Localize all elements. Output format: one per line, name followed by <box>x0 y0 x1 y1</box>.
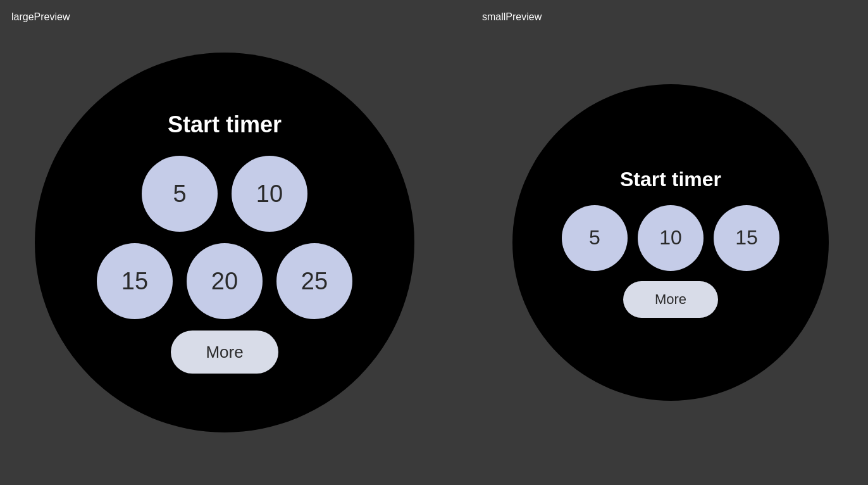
small-timer-15[interactable]: 15 <box>714 205 779 271</box>
small-more-button[interactable]: More <box>623 281 718 318</box>
small-watch-preview: Start timer 5 10 15 More <box>512 84 829 401</box>
large-timer-25[interactable]: 25 <box>276 243 352 319</box>
large-timer-20[interactable]: 20 <box>187 243 263 319</box>
small-watch-title: Start timer <box>620 168 721 191</box>
large-preview-label: largePreview <box>11 11 70 23</box>
large-timer-15[interactable]: 15 <box>97 243 173 319</box>
small-timer-5[interactable]: 5 <box>562 205 628 271</box>
small-preview-label: smallPreview <box>482 11 542 23</box>
small-row-1: 5 10 15 <box>562 205 779 271</box>
small-button-grid: 5 10 15 More <box>562 205 779 318</box>
large-watch-preview: Start timer 5 10 15 20 25 More <box>35 53 414 432</box>
large-button-grid: 5 10 15 20 25 More <box>97 156 352 374</box>
large-row-2: 15 20 25 <box>97 243 352 319</box>
small-timer-10[interactable]: 10 <box>638 205 704 271</box>
large-more-button[interactable]: More <box>171 331 278 374</box>
large-watch-title: Start timer <box>168 111 282 138</box>
large-timer-5[interactable]: 5 <box>142 156 218 232</box>
large-row-1: 5 10 <box>142 156 307 232</box>
large-timer-10[interactable]: 10 <box>232 156 307 232</box>
